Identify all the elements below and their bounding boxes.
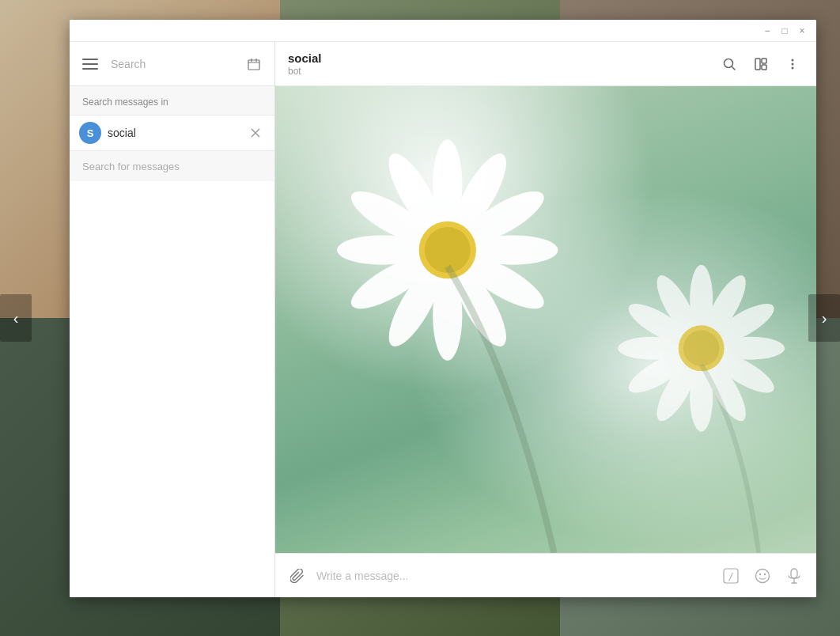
slash-command-button[interactable]: /	[718, 563, 744, 589]
sidebar: Search messages in S social	[70, 42, 275, 597]
chip-label: social	[108, 127, 136, 139]
daisy-svg	[275, 86, 816, 553]
chat-search-button[interactable]	[715, 50, 744, 78]
svg-point-41	[683, 330, 720, 366]
sidebar-header	[70, 42, 274, 86]
message-input[interactable]	[316, 570, 712, 582]
close-button[interactable]: ×	[794, 23, 810, 39]
hamburger-button[interactable]	[79, 51, 104, 77]
chat-layout-button[interactable]	[747, 50, 775, 78]
chat-body	[275, 86, 816, 553]
app-content: Search messages in S social	[70, 42, 816, 597]
svg-text:/: /	[728, 571, 733, 582]
svg-point-45	[759, 573, 761, 574]
window-control-bar: − □ ×	[70, 20, 816, 42]
hamburger-line-3	[82, 68, 98, 70]
chip-avatar: S	[79, 122, 101, 144]
svg-rect-8	[755, 59, 760, 70]
svg-point-11	[792, 59, 794, 61]
svg-rect-47	[791, 569, 797, 578]
search-in-label: Search messages in	[82, 97, 168, 108]
search-input[interactable]	[111, 51, 236, 77]
chip-close-button[interactable]	[246, 123, 265, 142]
svg-point-46	[764, 573, 766, 574]
chat-title: social	[288, 51, 715, 66]
search-for-messages-label: Search for messages	[82, 161, 180, 172]
search-input-wrap	[111, 51, 236, 77]
attach-button[interactable]	[285, 563, 310, 589]
chip-row: S social	[70, 115, 274, 151]
minimize-button[interactable]: −	[759, 23, 775, 39]
chat-subtitle: bot	[288, 66, 715, 77]
nav-right-arrow[interactable]: ›	[808, 294, 840, 342]
mic-button[interactable]	[781, 563, 807, 589]
search-for-messages-section: Search for messages	[70, 151, 274, 181]
chat-more-button[interactable]	[778, 50, 807, 78]
search-in-section: Search messages in	[70, 86, 274, 115]
chat-title-block: social bot	[288, 51, 715, 77]
svg-point-13	[792, 66, 794, 69]
hamburger-line-1	[82, 59, 98, 60]
sidebar-empty-area	[70, 181, 274, 597]
svg-rect-9	[762, 59, 766, 63]
hamburger-line-2	[82, 63, 98, 65]
svg-point-12	[792, 62, 794, 65]
svg-point-44	[756, 569, 770, 582]
emoji-button[interactable]	[750, 563, 775, 589]
svg-rect-0	[248, 60, 259, 70]
nav-left-arrow[interactable]: ‹	[0, 294, 32, 342]
social-chip: S social	[79, 122, 246, 144]
maximize-button[interactable]: □	[777, 23, 793, 39]
app-window: − □ ×	[70, 20, 816, 597]
svg-point-27	[425, 227, 471, 273]
calendar-button[interactable]	[243, 53, 265, 75]
svg-point-6	[725, 59, 733, 67]
chat-area: social bot	[275, 42, 816, 597]
message-input-bar: /	[275, 553, 816, 597]
chat-header: social bot	[275, 42, 816, 86]
chat-header-actions	[715, 50, 807, 78]
svg-line-7	[732, 66, 736, 70]
svg-rect-10	[762, 65, 766, 70]
